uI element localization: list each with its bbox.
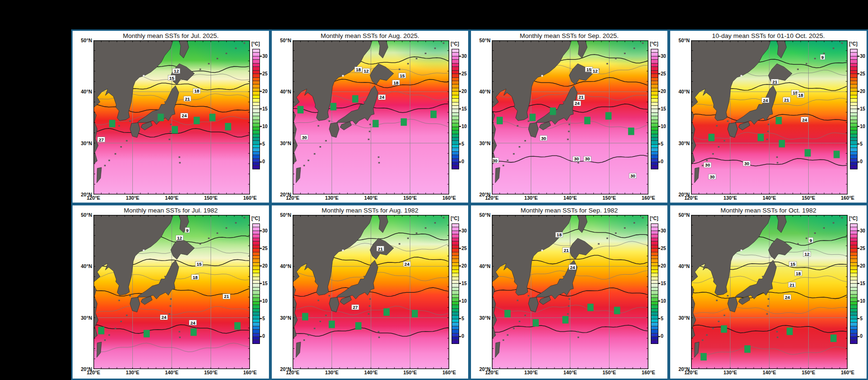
- x-tick-label: 140°E: [763, 195, 776, 201]
- svg-text:15: 15: [196, 261, 202, 267]
- observation-marker: [721, 325, 727, 333]
- colorbar-tick: 5: [858, 316, 863, 321]
- x-tick-label: 150°E: [403, 370, 417, 375]
- colorbar-tick: 25: [459, 71, 467, 76]
- panel-title: Monthly mean SSTs for Sep. 1982: [471, 205, 667, 215]
- svg-text:18: 18: [193, 275, 198, 280]
- svg-text:24: 24: [182, 113, 187, 118]
- x-tick-label: 130°E: [723, 195, 737, 201]
- panel-title: Monthly mean SSTs for Sep. 2025.: [471, 31, 667, 40]
- svg-text:30: 30: [574, 156, 579, 161]
- svg-text:9: 9: [810, 238, 812, 243]
- x-tick-label: 130°E: [126, 370, 139, 375]
- x-tick-label: 160°E: [642, 370, 656, 375]
- row-1982: Monthly mean SSTs for Jul. 1982 50°N 40°…: [71, 204, 868, 380]
- x-tick-label: 120°E: [684, 195, 698, 201]
- colorbar-tick: 5: [858, 141, 863, 147]
- colorbar: [°C] 302520151050: [250, 40, 269, 195]
- x-tick-label: 150°E: [403, 195, 417, 201]
- colorbar-tick: 5: [658, 141, 664, 147]
- x-tick-label: 140°E: [563, 370, 577, 375]
- observation-marker: [144, 330, 150, 337]
- colorbar-tick: 25: [260, 245, 268, 250]
- colorbar-tick: 20: [260, 263, 268, 268]
- y-axis-labels: 50°N 40°N 30°N 20°N: [670, 215, 691, 369]
- svg-text:24: 24: [379, 94, 385, 100]
- x-tick-label: 140°E: [364, 370, 378, 375]
- y-axis-labels: 50°N 40°N 30°N 20°N: [670, 40, 691, 195]
- observation-marker: [372, 120, 379, 128]
- colorbar-tick-labels: 302520151050: [658, 49, 668, 168]
- svg-text:21: 21: [185, 96, 190, 102]
- colorbar-tick: 30: [658, 53, 666, 58]
- colorbar-tick: 5: [260, 141, 265, 147]
- colorbar-tick: 30: [260, 53, 268, 58]
- panel-title: Monthly mean SSTs for Oct. 1982: [670, 205, 867, 215]
- svg-text:15: 15: [790, 261, 795, 267]
- observation-marker: [831, 334, 837, 342]
- colorbar-tick: 5: [260, 316, 265, 321]
- colorbar-tick: 0: [459, 159, 464, 164]
- observation-marker: [352, 95, 359, 103]
- colorbar-gradient: [850, 49, 858, 169]
- colorbar-tick: 10: [260, 298, 268, 304]
- colorbar-tick: 30: [858, 228, 865, 233]
- map-plot-area: 121518212427: [93, 40, 250, 195]
- x-tick-label: 150°E: [602, 370, 616, 375]
- x-axis-labels: 120°E 130°E 140°E 150°E 160°E: [93, 369, 250, 377]
- y-tick-label: 50°N: [679, 37, 690, 43]
- svg-text:24: 24: [190, 320, 195, 325]
- observation-marker: [330, 103, 336, 111]
- y-tick-label: 50°N: [480, 212, 490, 218]
- svg-text:30: 30: [492, 158, 498, 163]
- observation-marker: [234, 322, 240, 330]
- svg-text:24: 24: [785, 295, 790, 300]
- x-tick-label: 120°E: [87, 195, 101, 201]
- observation-marker: [779, 140, 785, 148]
- colorbar-tick: 25: [658, 245, 666, 250]
- colorbar-tick: 30: [260, 228, 268, 233]
- y-tick-label: 40°N: [81, 89, 92, 94]
- colorbar-unit-label: [°C]: [251, 216, 260, 221]
- svg-text:21: 21: [579, 94, 584, 100]
- observation-marker: [628, 128, 634, 135]
- svg-text:30: 30: [630, 173, 636, 178]
- svg-text:21: 21: [772, 79, 777, 84]
- svg-text:24: 24: [161, 315, 166, 320]
- x-tick-label: 140°E: [364, 195, 378, 201]
- x-axis-labels: 120°E 130°E 140°E 150°E 160°E: [492, 369, 648, 377]
- colorbar-tick: 25: [459, 245, 467, 250]
- map-plot-area: 151221243030303030: [492, 40, 648, 195]
- sst-map-panel: Monthly mean SSTs for Aug. 1982 50°N 40°…: [270, 204, 470, 380]
- x-tick-label: 150°E: [802, 195, 815, 201]
- observation-marker: [744, 345, 750, 353]
- observation-marker: [302, 313, 308, 321]
- colorbar-tick: 10: [658, 298, 666, 304]
- row-2025: Monthly mean SSTs for Jul. 2025. 50°N 40…: [71, 29, 868, 204]
- colorbar-tick: 5: [459, 316, 464, 321]
- sst-map-panel: Monthly mean SSTs for Sep. 2025. 50°N 40…: [470, 29, 669, 204]
- observation-marker: [109, 120, 115, 128]
- svg-text:30: 30: [710, 174, 715, 179]
- observation-marker: [584, 117, 591, 124]
- colorbar-tick-labels: 302520151050: [858, 223, 867, 343]
- observation-marker: [225, 123, 231, 130]
- y-tick-label: 40°N: [81, 263, 92, 269]
- colorbar: [°C] 302520151050: [449, 215, 468, 369]
- svg-text:27: 27: [99, 137, 104, 142]
- colorbar-gradient: [452, 49, 459, 169]
- observation-marker: [355, 322, 361, 330]
- svg-text:12: 12: [804, 251, 810, 257]
- x-tick-label: 120°E: [286, 195, 300, 201]
- sst-contour-map: 212427: [293, 215, 449, 369]
- colorbar-unit-label: [°C]: [849, 216, 858, 221]
- sst-contour-map: 9211518242124303030: [691, 40, 848, 195]
- colorbar-gradient: [651, 49, 658, 169]
- sst-contour-map: 181215182430: [293, 40, 449, 195]
- observation-marker: [605, 112, 611, 120]
- observation-marker: [431, 111, 437, 118]
- y-tick-label: 30°N: [679, 140, 690, 146]
- y-tick-label: 50°N: [280, 37, 291, 43]
- observation-marker: [529, 114, 536, 121]
- svg-text:12: 12: [364, 68, 369, 74]
